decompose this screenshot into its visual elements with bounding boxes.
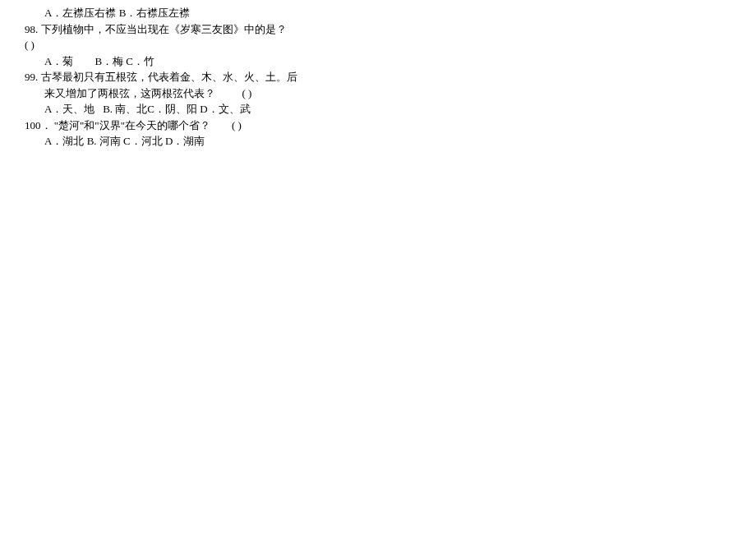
q99-options-line: A．天、地 B. 南、北C．阴、阳 D．文、武 [25, 101, 345, 117]
document-content: A．左襟压右襟 B．右襟压左襟 98. 下列植物中，不应当出现在《岁寒三友图》中… [0, 5, 345, 150]
q98-options-text: A．菊 B．梅 C．竹 [44, 55, 154, 67]
q98-number: 98. [25, 23, 38, 35]
q98-text: 下列植物中，不应当出现在《岁寒三友图》中的是？ [41, 23, 287, 35]
q97-options-line: A．左襟压右襟 B．右襟压左襟 [25, 5, 345, 21]
q100-options-text: A．湖北 B. 河南 C．河北 D．湖南 [44, 135, 205, 147]
q99-options-text: A．天、地 B. 南、北C．阴、阳 D．文、武 [44, 103, 251, 115]
q98-paren-line: ( ) [25, 37, 345, 53]
q100-number: 100． [25, 119, 52, 131]
q99-text-part1: 古琴最初只有五根弦，代表着金、木、水、火、土。后 [41, 71, 297, 83]
q100-question-line: 100． "楚河"和"汉界"在今天的哪个省？ ( ) [25, 117, 345, 134]
q100-options-line: A．湖北 B. 河南 C．河北 D．湖南 [25, 133, 345, 150]
q98-question-line: 98. 下列植物中，不应当出现在《岁寒三友图》中的是？ [25, 21, 345, 38]
q98-paren: ( ) [25, 39, 35, 51]
q99-text-part2: 来又增加了两根弦，这两根弦代表？ ( ) [44, 87, 251, 99]
q97-options-text: A．左襟压右襟 B．右襟压左襟 [44, 7, 190, 19]
q99-number: 99. [25, 71, 38, 83]
q98-options-line: A．菊 B．梅 C．竹 [25, 53, 345, 70]
q99-question-line1: 99. 古琴最初只有五根弦，代表着金、木、水、火、土。后 [25, 69, 345, 85]
q99-question-line2: 来又增加了两根弦，这两根弦代表？ ( ) [25, 85, 345, 102]
q100-text: "楚河"和"汉界"在今天的哪个省？ ( ) [54, 119, 242, 131]
